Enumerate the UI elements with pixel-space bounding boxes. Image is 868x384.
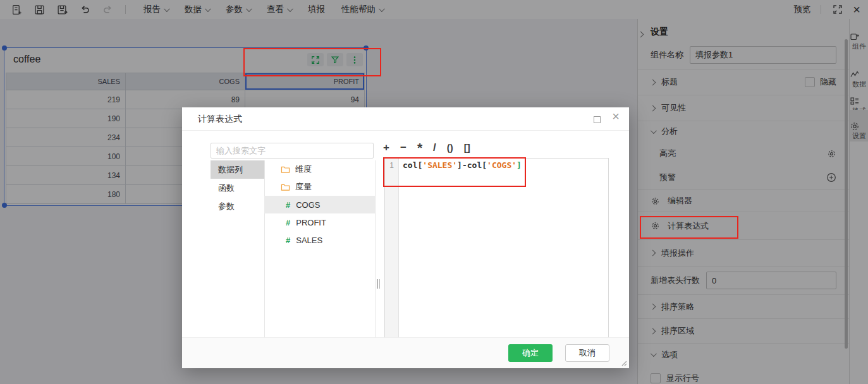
dialog-title: 计算表达式 bbox=[198, 114, 242, 125]
app-window: 报告 数据 参数 查看 填报 性能帮助 预览 × coffee bbox=[0, 0, 868, 384]
cancel-button[interactable]: 取消 bbox=[565, 344, 609, 362]
dialog-close-icon[interactable]: × bbox=[612, 109, 620, 124]
panel-splitter[interactable] bbox=[377, 279, 380, 289]
calc-expression-dialog: 计算表达式 × 数据列 函数 参数 维度 度量 # COGS bbox=[182, 107, 629, 368]
tab-functions[interactable]: 函数 bbox=[211, 179, 264, 197]
tree-field-profit[interactable]: # PROFIT bbox=[264, 213, 375, 231]
dialog-resize-handle[interactable] bbox=[620, 359, 627, 366]
dialog-footer: 确定 取消 bbox=[182, 337, 629, 368]
ok-button[interactable]: 确定 bbox=[508, 344, 553, 362]
number-field-icon: # bbox=[286, 200, 290, 210]
folder-icon bbox=[281, 183, 290, 191]
folder-icon bbox=[281, 165, 290, 174]
category-tabs: 数据列 函数 参数 bbox=[211, 160, 264, 215]
number-field-icon: # bbox=[286, 236, 290, 245]
tree-field-sales[interactable]: # SALES bbox=[264, 231, 375, 249]
line-number-gutter: 1 bbox=[385, 159, 399, 337]
tree-folder-dimension[interactable]: 维度 bbox=[264, 160, 375, 178]
maximize-icon[interactable] bbox=[594, 116, 601, 123]
minus-operator-button[interactable]: − bbox=[400, 142, 406, 153]
formula-editor[interactable]: 1 col['SALES']-col['COGS'] bbox=[384, 158, 609, 338]
dialog-header-divider bbox=[182, 130, 629, 131]
brackets-button[interactable]: [] bbox=[464, 142, 470, 153]
number-field-icon: # bbox=[286, 218, 290, 227]
tree-folder-measure[interactable]: 度量 bbox=[264, 178, 375, 196]
formula-code-line[interactable]: col['SALES']-col['COGS'] bbox=[403, 160, 606, 170]
divide-operator-button[interactable]: / bbox=[433, 142, 436, 153]
column-divider bbox=[375, 160, 376, 338]
field-tree: 维度 度量 # COGS # PROFIT # SALES bbox=[264, 160, 375, 249]
tab-parameters[interactable]: 参数 bbox=[211, 197, 264, 215]
plus-operator-button[interactable]: + bbox=[383, 142, 389, 153]
tab-data-columns[interactable]: 数据列 bbox=[211, 160, 264, 179]
search-input[interactable] bbox=[211, 143, 374, 159]
multiply-operator-button[interactable]: * bbox=[417, 142, 422, 153]
parentheses-button[interactable]: () bbox=[447, 142, 453, 153]
tree-field-cogs[interactable]: # COGS bbox=[264, 196, 375, 213]
operator-bar: + − * / () [] bbox=[383, 142, 470, 153]
